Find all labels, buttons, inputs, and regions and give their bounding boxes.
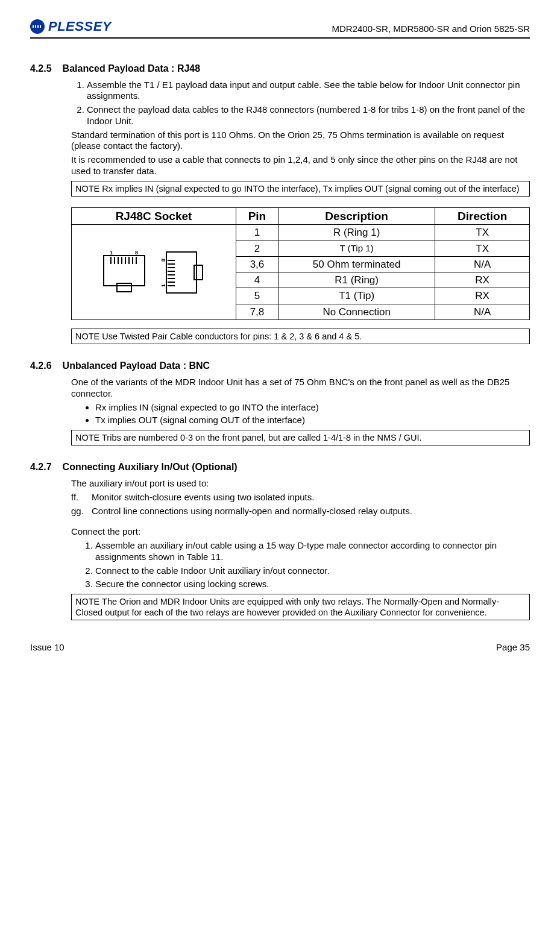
table-cell: 7,8 — [236, 304, 278, 319]
table-header: RJ48C Socket — [72, 207, 236, 225]
table-cell: R1 (Ring) — [278, 272, 435, 288]
bullet-item: Tx implies OUT (signal coming OUT of the… — [95, 415, 530, 426]
note-box: NOTE Tribs are numbered 0-3 on the front… — [71, 430, 530, 445]
step-item: Secure the connector using locking screw… — [95, 579, 530, 590]
letter-label: gg. — [71, 506, 86, 517]
doc-title: MDR2400-SR, MDR5800-SR and Orion 5825-SR — [332, 24, 530, 35]
logo-icon — [30, 19, 45, 34]
table-cell: R (Ring 1) — [278, 225, 435, 241]
rj48-upright-icon: 1 8 — [100, 248, 148, 297]
note-box: NOTE Rx implies IN (signal expected to g… — [71, 181, 530, 197]
note-text: NOTE Use Twisted Pair Cable conductors f… — [75, 332, 362, 341]
letter-item: ff. Monitor switch-closure events using … — [71, 492, 530, 503]
paragraph: One of the variants of the MDR Indoor Un… — [71, 377, 530, 400]
table-header: Pin — [236, 207, 278, 225]
note-text: NOTE Tribs are numbered 0-3 on the front… — [75, 433, 422, 442]
svg-text:8: 8 — [135, 250, 138, 256]
step-item: Connect to the cable Indoor Unit auxilia… — [95, 565, 530, 577]
logo: PLESSEY — [30, 18, 112, 35]
table-cell: 4 — [236, 272, 278, 288]
svg-text:1: 1 — [110, 250, 113, 256]
section-425-body: Assemble the T1 / E1 payload data input … — [71, 80, 530, 345]
table-cell: No Connection — [278, 304, 435, 319]
note-box: NOTE Use Twisted Pair Cable conductors f… — [71, 329, 530, 344]
letter-list: ff. Monitor switch-closure events using … — [71, 492, 530, 517]
table-cell: N/A — [435, 256, 530, 272]
svg-rect-0 — [104, 256, 145, 286]
step-item: Assemble the T1 / E1 payload data input … — [87, 80, 530, 102]
svg-rect-12 — [166, 252, 197, 293]
socket-diagram-cell: 1 8 1 — [72, 225, 236, 320]
svg-rect-13 — [194, 265, 203, 280]
note-text: NOTE Rx implies IN (signal expected to g… — [75, 184, 520, 194]
step-item: Assemble an auxiliary in/out cable using… — [95, 540, 530, 563]
logo-text: PLESSEY — [48, 18, 112, 35]
table-cell: TX — [435, 241, 530, 256]
table-cell: RX — [435, 288, 530, 304]
section-number: 4.2.7 — [30, 461, 52, 473]
paragraph: It is recommended to use a cable that co… — [71, 154, 530, 177]
letter-label: ff. — [71, 492, 86, 503]
rj48c-socket-table: RJ48C Socket Pin Description Direction — [71, 207, 530, 320]
table-cell: 5 — [236, 288, 278, 304]
footer-right: Page 35 — [496, 642, 530, 653]
paragraph: The auxiliary in/out port is used to: — [71, 478, 530, 489]
section-number: 4.2.5 — [30, 63, 52, 75]
steps-list: Assemble the T1 / E1 payload data input … — [71, 80, 530, 127]
note-text: NOTE The Orion and MDR Indoor Units are … — [75, 597, 499, 617]
steps-list: Assemble an auxiliary in/out cable using… — [71, 540, 530, 590]
section-heading-425: 4.2.5 Balanced Payload Data : RJ48 — [30, 63, 530, 75]
table-cell: 50 Ohm terminated — [278, 256, 435, 272]
letter-item: gg. Control line connections using norma… — [71, 506, 530, 517]
paragraph: Connect the port: — [71, 526, 530, 538]
rj48-rotated-icon: 1 8 — [159, 248, 207, 297]
table-cell: 2 — [236, 241, 278, 256]
section-heading-426: 4.2.6 Unbalanced Payload Data : BNC — [30, 360, 530, 372]
page-header: PLESSEY MDR2400-SR, MDR5800-SR and Orion… — [30, 18, 530, 39]
section-426-body: One of the variants of the MDR Indoor Un… — [71, 377, 530, 445]
step-item: Connect the payload data cables to the R… — [87, 104, 530, 127]
paragraph: Standard termination of this port is 110… — [71, 130, 530, 153]
table-cell: RX — [435, 272, 530, 288]
bullet-item: Rx implies IN (signal expected to go INT… — [95, 402, 530, 414]
section-title: Unbalanced Payload Data : BNC — [63, 360, 210, 372]
table-cell: N/A — [435, 304, 530, 319]
table-cell: 1 — [236, 225, 278, 241]
bullet-list: Rx implies IN (signal expected to go INT… — [71, 402, 530, 427]
svg-text:1: 1 — [160, 284, 166, 287]
letter-text: Monitor switch-closure events using two … — [92, 492, 314, 503]
table-cell: T1 (Tip) — [278, 288, 435, 304]
table-header: Description — [278, 207, 435, 225]
footer-left: Issue 10 — [30, 642, 64, 653]
section-heading-427: 4.2.7 Connecting Auxiliary In/Out (Optio… — [30, 461, 530, 473]
table-cell: 3,6 — [236, 256, 278, 272]
table-cell: TX — [435, 225, 530, 241]
section-number: 4.2.6 — [30, 360, 52, 372]
svg-text:8: 8 — [160, 259, 166, 262]
table-cell: T (Tip 1) — [278, 241, 435, 256]
note-box: NOTE The Orion and MDR Indoor Units are … — [71, 594, 530, 620]
letter-text: Control line connections using normally-… — [92, 506, 412, 517]
svg-rect-1 — [117, 283, 131, 292]
section-427-body: The auxiliary in/out port is used to: ff… — [71, 478, 530, 620]
section-title: Connecting Auxiliary In/Out (Optional) — [63, 461, 238, 473]
table-header: Direction — [435, 207, 530, 225]
page-footer: Issue 10 Page 35 — [30, 642, 530, 653]
section-title: Balanced Payload Data : RJ48 — [63, 63, 201, 75]
